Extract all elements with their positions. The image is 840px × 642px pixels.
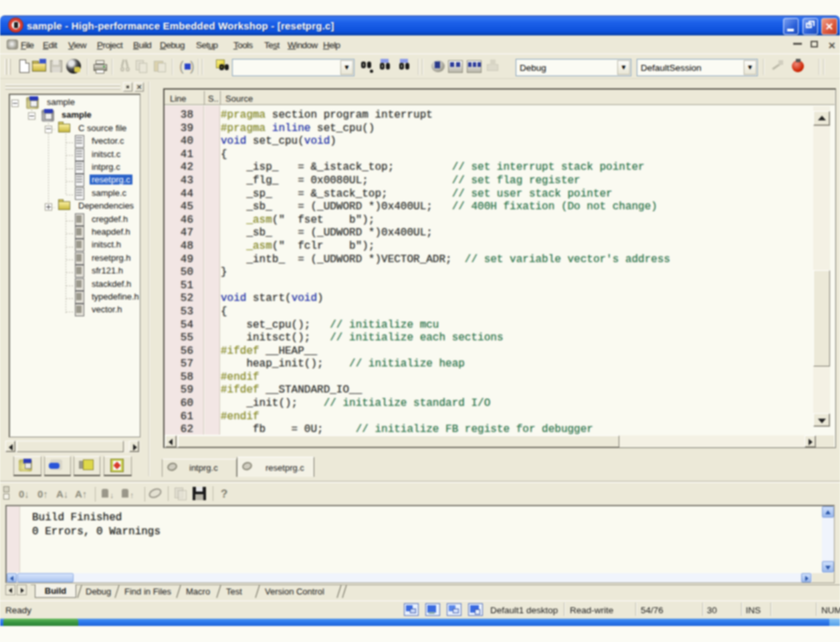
svg-text:Find in Files: Find in Files xyxy=(124,586,172,597)
svg-text:Version Control: Version Control xyxy=(265,586,324,597)
svg-text:Debug: Debug xyxy=(86,586,111,597)
svg-text:Test: Test xyxy=(226,586,242,597)
svg-text:Macro: Macro xyxy=(186,586,210,597)
